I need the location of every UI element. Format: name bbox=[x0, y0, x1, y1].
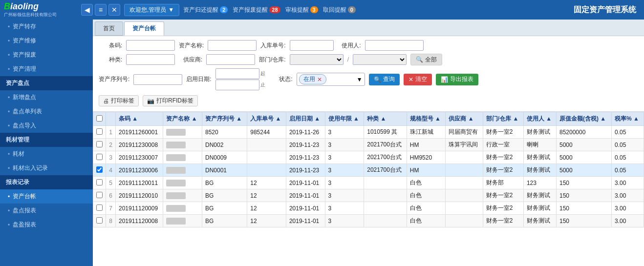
back-button[interactable]: ◀ bbox=[81, 4, 93, 16]
barcode-input[interactable] bbox=[126, 40, 175, 51]
row-checkbox-cell[interactable] bbox=[93, 202, 106, 215]
row-value: 5000 bbox=[557, 139, 612, 151]
row-years: 3 bbox=[325, 126, 364, 139]
table-row[interactable]: 7 201911120009 BG 12 2019-11-01 3 白色 财务一… bbox=[93, 202, 644, 215]
th-dept[interactable]: 部门/仓库 ▲ bbox=[483, 112, 523, 126]
category-input[interactable] bbox=[126, 54, 175, 65]
sidebar-section-pandian: 资产盘点 bbox=[0, 76, 93, 90]
dept-select2[interactable] bbox=[353, 54, 407, 65]
th-seq[interactable]: 资产序列号 ▲ bbox=[202, 112, 247, 126]
export-button[interactable]: 📊 导出报表 bbox=[436, 74, 478, 85]
th-tax[interactable]: 税率% ▲ bbox=[612, 112, 644, 126]
table-area: 条码 ▲ 资产名称 ▲ 资产序列号 ▲ 入库单号 ▲ 启用日期 ▲ 使用年限 ▲… bbox=[93, 112, 644, 266]
seq-input[interactable] bbox=[133, 74, 182, 85]
alert-guihuan[interactable]: 资产归还提醒 2 bbox=[183, 6, 228, 14]
table-row[interactable]: 1 201911260001 8520 985244 2019-11-26 3 … bbox=[93, 126, 644, 139]
assetname-input[interactable] bbox=[208, 40, 257, 51]
tab-tazhang[interactable]: 资产台帐 bbox=[124, 21, 164, 36]
row-checkbox-cell[interactable] bbox=[93, 126, 106, 139]
sidebar-item-zichuan-weixiu[interactable]: 资产维修 bbox=[0, 34, 93, 48]
row-spec: HM bbox=[407, 164, 446, 177]
status-select-wrap[interactable]: 在用 ✕ ▼ bbox=[297, 73, 365, 86]
welcome-button[interactable]: 欢迎您,管理员 ▼ bbox=[124, 4, 179, 16]
print-tag-button[interactable]: 🖨 打印标签 bbox=[99, 95, 139, 106]
query-button[interactable]: 🔍 查询 bbox=[369, 74, 400, 85]
th-supplier[interactable]: 供应商 ▲ bbox=[446, 112, 483, 126]
row-seq: 8520 bbox=[202, 126, 247, 139]
print-rfid-button[interactable]: 📷 打印RFID标签 bbox=[143, 95, 198, 106]
user-input[interactable] bbox=[365, 40, 424, 51]
row-checkbox-cell[interactable] bbox=[93, 177, 106, 189]
row-value: 5000 bbox=[557, 151, 612, 164]
row-checkbox[interactable] bbox=[96, 128, 103, 135]
th-years[interactable]: 使用年限 ▲ bbox=[325, 112, 364, 126]
sidebar-item-pandian-list[interactable]: 盘点单列表 bbox=[0, 104, 93, 119]
search-icon: 🔍 bbox=[416, 56, 423, 63]
table-row[interactable]: 2 201911230008 DN002 2019-11-23 3 202170… bbox=[93, 139, 644, 151]
th-user[interactable]: 使用人 ▲ bbox=[523, 112, 556, 126]
row-checkbox[interactable] bbox=[96, 141, 103, 147]
row-startdate: 2019-11-01 bbox=[286, 202, 325, 215]
row-checkbox[interactable] bbox=[96, 179, 103, 185]
date-end-input[interactable] bbox=[215, 80, 259, 90]
row-checkbox[interactable] bbox=[96, 205, 103, 211]
row-num: 3 bbox=[106, 151, 116, 164]
inbound-input[interactable] bbox=[290, 40, 334, 51]
th-startdate[interactable]: 启用日期 ▲ bbox=[286, 112, 325, 126]
rfid-icon: 📷 bbox=[147, 98, 154, 104]
all-button[interactable]: 🔍 全部 bbox=[410, 54, 442, 65]
row-checkbox-cell[interactable] bbox=[93, 189, 106, 202]
alert-shenhe[interactable]: 审核提醒 3 bbox=[285, 6, 318, 14]
logo-text: Biaoling bbox=[4, 1, 77, 12]
tab-home[interactable]: 首页 bbox=[95, 21, 123, 36]
row-spec: 白色 bbox=[407, 177, 446, 189]
sidebar-item-zichuan-baofei[interactable]: 资产报废 bbox=[0, 48, 93, 62]
select-all-checkbox[interactable] bbox=[96, 115, 103, 122]
th-category[interactable]: 种类 ▲ bbox=[364, 112, 407, 126]
sidebar-item-zichuan-qingli[interactable]: 资产清理 bbox=[0, 62, 93, 76]
table-row[interactable]: 5 201911120011 BG 12 2019-11-01 3 白色 财务部… bbox=[93, 177, 644, 189]
sidebar-item-xinceng-pandian[interactable]: 新增盘点 bbox=[0, 90, 93, 104]
row-assetname bbox=[163, 177, 202, 189]
row-supplier bbox=[446, 215, 483, 227]
sidebar-item-pandian-baobiao[interactable]: 盘点报表 bbox=[0, 204, 93, 218]
row-checkbox[interactable] bbox=[96, 166, 103, 173]
close-button[interactable]: ✕ bbox=[108, 4, 120, 16]
th-barcode[interactable]: 条码 ▲ bbox=[116, 112, 163, 126]
sidebar-item-zichuan-cun[interactable]: 资产转存 bbox=[0, 20, 93, 34]
alert-baofei[interactable]: 资产报废提醒 28 bbox=[233, 6, 280, 14]
row-checkbox-cell[interactable] bbox=[93, 164, 106, 177]
th-value[interactable]: 原值金额(含税) ▲ bbox=[557, 112, 612, 126]
row-checkbox[interactable] bbox=[96, 154, 103, 160]
menu-button[interactable]: ≡ bbox=[95, 4, 107, 16]
category-label: 种类: bbox=[99, 56, 122, 64]
date-start-input[interactable] bbox=[215, 68, 259, 79]
row-checkbox[interactable] bbox=[96, 217, 103, 224]
table-row[interactable]: 4 201911230006 DN0001 2019-11-23 3 20217… bbox=[93, 164, 644, 177]
row-checkbox-cell[interactable] bbox=[93, 215, 106, 227]
row-category bbox=[364, 189, 407, 202]
sidebar-item-haocai[interactable]: 耗材 bbox=[0, 147, 93, 161]
sidebar-item-pandian-import[interactable]: 盘点导入 bbox=[0, 119, 93, 133]
table-row[interactable]: 3 201911230007 DN0009 2019-11-23 3 20217… bbox=[93, 151, 644, 164]
th-select-all[interactable] bbox=[93, 112, 106, 126]
startdate-label: 启用日期: bbox=[186, 75, 211, 83]
clear-button[interactable]: ✕ 清空 bbox=[404, 74, 432, 85]
sidebar-item-zichuan-tazhang[interactable]: 资产台帐 bbox=[0, 189, 93, 204]
row-checkbox[interactable] bbox=[96, 192, 103, 198]
supplier-input[interactable] bbox=[206, 54, 255, 65]
th-assetname[interactable]: 资产名称 ▲ bbox=[163, 112, 202, 126]
alert-quihui[interactable]: 取回提醒 0 bbox=[323, 6, 356, 14]
dept-select1[interactable] bbox=[290, 54, 343, 65]
sidebar-item-haocai-record[interactable]: 耗材出入记录 bbox=[0, 161, 93, 175]
th-spec[interactable]: 规格型号 ▲ bbox=[407, 112, 446, 126]
th-inbound[interactable]: 入库单号 ▲ bbox=[247, 112, 286, 126]
sidebar-item-panying-baobiao[interactable]: 盘盈报表 bbox=[0, 218, 93, 232]
row-years: 3 bbox=[325, 202, 364, 215]
table-row[interactable]: 8 201911120008 BG 12 2019-11-01 3 白色 财务一… bbox=[93, 215, 644, 227]
row-checkbox-cell[interactable] bbox=[93, 151, 106, 164]
status-remove-icon[interactable]: ✕ bbox=[317, 76, 322, 83]
row-checkbox-cell[interactable] bbox=[93, 139, 106, 151]
row-num: 1 bbox=[106, 126, 116, 139]
table-row[interactable]: 6 201911120010 BG 12 2019-11-01 3 白色 财务一… bbox=[93, 189, 644, 202]
